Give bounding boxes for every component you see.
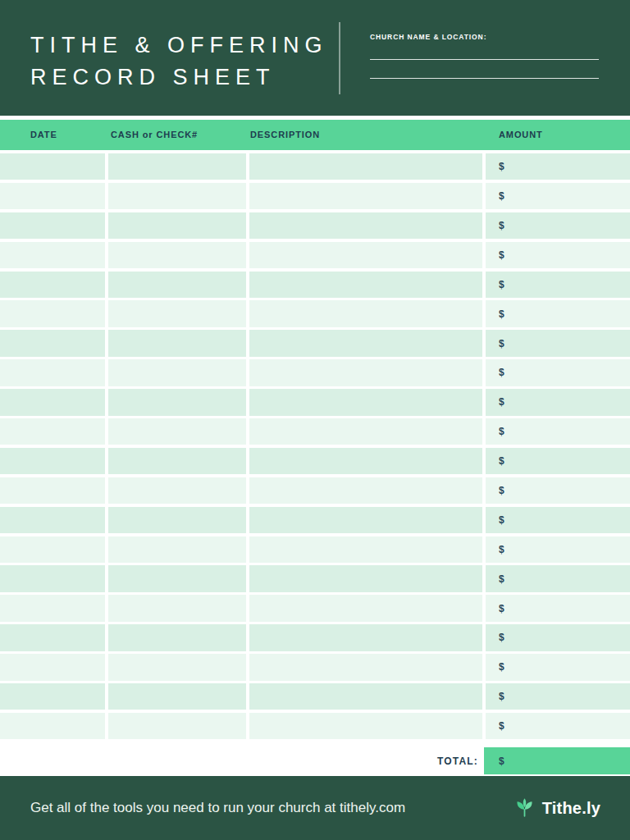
- cell-cash: [108, 507, 246, 533]
- cell-cash: [108, 654, 246, 680]
- cell-date: [0, 624, 105, 651]
- cell-amount: $: [486, 300, 630, 326]
- currency-symbol: $: [499, 455, 504, 467]
- cell-cash: [108, 418, 246, 445]
- cell-cash: [108, 153, 246, 180]
- total-amount-cell: $: [484, 747, 630, 774]
- cell-amount: $: [486, 272, 630, 298]
- cell-amount: $: [486, 448, 630, 474]
- table-row: $: [0, 212, 630, 239]
- cell-date: [0, 300, 105, 326]
- cell-cash: [108, 683, 246, 710]
- currency-symbol: $: [499, 514, 504, 526]
- cell-amount: $: [486, 683, 630, 710]
- cell-desc: [249, 330, 482, 356]
- cell-desc: [249, 624, 482, 651]
- table-row: $: [0, 242, 630, 268]
- table-row: $: [0, 153, 630, 180]
- currency-symbol: $: [499, 632, 504, 643]
- table-body: $$$$$$$$$$$$$$$$$$$$: [0, 153, 630, 739]
- church-location-blank-line: [370, 78, 599, 79]
- currency-symbol: $: [499, 367, 504, 378]
- cell-cash: [108, 536, 246, 563]
- cell-date: [0, 565, 105, 591]
- cell-date: [0, 683, 105, 710]
- cell-amount: $: [486, 477, 630, 504]
- table-row: $: [0, 683, 630, 710]
- cell-desc: [249, 565, 482, 591]
- currency-symbol: $: [499, 603, 504, 614]
- cell-date: [0, 654, 105, 680]
- cell-date: [0, 418, 105, 445]
- record-sheet-page: TITHE & OFFERING RECORD SHEET CHURCH NAM…: [0, 0, 630, 840]
- cell-desc: [249, 595, 482, 621]
- cell-desc: [249, 654, 482, 680]
- cell-desc: [249, 242, 482, 268]
- cell-cash: [108, 272, 246, 298]
- tithely-logo: Tithe.ly: [514, 776, 600, 840]
- cell-cash: [108, 242, 246, 268]
- table-row: $: [0, 565, 630, 591]
- table-row: $: [0, 418, 630, 445]
- page-header: TITHE & OFFERING RECORD SHEET CHURCH NAM…: [0, 0, 630, 116]
- currency-symbol: $: [499, 756, 504, 767]
- currency-symbol: $: [499, 544, 504, 555]
- cell-date: [0, 713, 105, 739]
- cell-amount: $: [486, 418, 630, 445]
- page-title: TITHE & OFFERING RECORD SHEET: [30, 30, 328, 94]
- currency-symbol: $: [499, 220, 504, 231]
- currency-symbol: $: [499, 190, 504, 202]
- cell-desc: [249, 300, 482, 326]
- cell-date: [0, 212, 105, 239]
- table-row: $: [0, 654, 630, 680]
- currency-symbol: $: [499, 691, 504, 702]
- cell-date: [0, 183, 105, 209]
- currency-symbol: $: [499, 338, 504, 349]
- cell-date: [0, 359, 105, 386]
- cell-amount: $: [486, 507, 630, 533]
- cell-cash: [108, 565, 246, 591]
- table-header-row: DATE CASH or CHECK# DESCRIPTION AMOUNT: [0, 120, 630, 150]
- currency-symbol: $: [499, 396, 504, 408]
- table-row: $: [0, 477, 630, 504]
- table-row: $: [0, 624, 630, 651]
- cell-cash: [108, 330, 246, 356]
- cell-date: [0, 242, 105, 268]
- cell-cash: [108, 300, 246, 326]
- cell-desc: [249, 359, 482, 386]
- currency-symbol: $: [499, 249, 504, 261]
- church-name-label: CHURCH NAME & LOCATION:: [370, 33, 486, 41]
- cell-amount: $: [486, 595, 630, 621]
- table-row: $: [0, 595, 630, 621]
- cell-amount: $: [486, 654, 630, 680]
- church-name-blank-line: [370, 59, 599, 60]
- currency-symbol: $: [499, 720, 504, 732]
- currency-symbol: $: [499, 661, 504, 673]
- footer-tagline: Get all of the tools you need to run you…: [30, 776, 405, 840]
- cell-cash: [108, 359, 246, 386]
- cell-cash: [108, 448, 246, 474]
- total-label: TOTAL:: [437, 756, 478, 767]
- cell-amount: $: [486, 624, 630, 651]
- cell-amount: $: [486, 359, 630, 386]
- cell-desc: [249, 477, 482, 504]
- cell-desc: [249, 389, 482, 415]
- cell-date: [0, 448, 105, 474]
- cell-cash: [108, 389, 246, 415]
- cell-date: [0, 330, 105, 356]
- page-footer: Get all of the tools you need to run you…: [0, 776, 630, 840]
- cell-desc: [249, 448, 482, 474]
- cell-cash: [108, 713, 246, 739]
- cell-amount: $: [486, 242, 630, 268]
- currency-symbol: $: [499, 573, 504, 585]
- cell-date: [0, 272, 105, 298]
- cell-amount: $: [486, 153, 630, 180]
- cell-desc: [249, 507, 482, 533]
- cell-cash: [108, 212, 246, 239]
- cell-desc: [249, 683, 482, 710]
- cell-date: [0, 595, 105, 621]
- cell-cash: [108, 624, 246, 651]
- table-row: $: [0, 359, 630, 386]
- column-header-date: DATE: [30, 120, 57, 150]
- table-row: $: [0, 183, 630, 209]
